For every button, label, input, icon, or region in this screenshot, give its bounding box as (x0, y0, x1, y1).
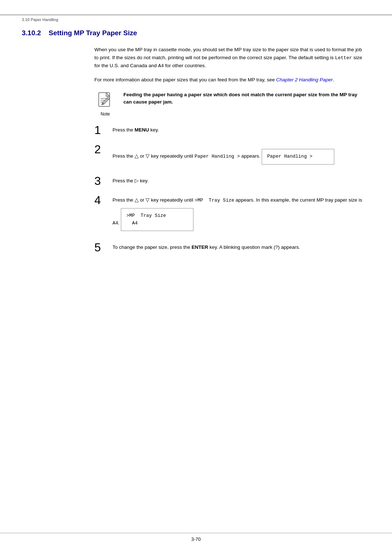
step-4-code-block: >MP Tray Size A4 (121, 208, 193, 231)
step-5-content: To change the paper size, press the ENTE… (113, 241, 363, 251)
content-area: 3.10.2 Setting MP Tray Paper Size When y… (22, 29, 370, 261)
step-5-number: 5 (94, 241, 113, 254)
paragraph-1: When you use the MP tray in cassette mod… (94, 46, 363, 70)
p1-code2: A4 (158, 63, 164, 69)
bottom-border (0, 533, 392, 533)
step-2-code-block: Paper Handling > (262, 149, 334, 165)
section-title: 3.10.2 Setting MP Tray Paper Size (22, 29, 370, 37)
p2-link[interactable]: Chapter 2 Handling Paper (276, 77, 333, 82)
step-3-row: 3 Press the ▷ key. (94, 175, 363, 187)
step-2-inline-code: Paper Handling > (195, 154, 240, 159)
step-5-bold: ENTER (192, 244, 208, 250)
note-label: Note (101, 112, 110, 117)
step-4-number: 4 (94, 194, 113, 207)
p1-end2: for other countries. (164, 63, 206, 68)
body-text: When you use the MP tray in cassette mod… (94, 46, 363, 84)
p2-start: For more information about the paper siz… (94, 77, 276, 82)
step-1-number: 1 (94, 124, 113, 137)
top-border (0, 15, 392, 15)
note-icon (96, 91, 115, 110)
step-3-content: Press the ▷ key. (113, 175, 363, 185)
note-icon-area: Note (94, 91, 116, 117)
step-2-row: 2 Press the △ or ▽ key repeatedly until … (94, 143, 363, 168)
step-3-number: 3 (94, 175, 113, 187)
breadcrumb: 3.10 Paper Handling (22, 17, 58, 22)
footer-page-number: 3-70 (0, 536, 392, 542)
step-4-inline-code: >MP Tray Size (195, 198, 234, 203)
step-4-a4: A4 (113, 220, 118, 226)
step-5-row: 5 To change the paper size, press the EN… (94, 241, 363, 254)
note-box: Note Feeding the paper having a paper si… (94, 91, 363, 117)
step-1-bold: MENU (135, 127, 149, 133)
steps-area: 1 Press the MENU key. 2 Press the △ or ▽… (94, 124, 363, 254)
step-4-row: 4 Press the △ or ▽ key repeatedly until … (94, 194, 363, 235)
step-2-content: Press the △ or ▽ key repeatedly until Pa… (113, 143, 363, 168)
step-1-row: 1 Press the MENU key. (94, 124, 363, 137)
note-text: Feeding the paper having a paper size wh… (123, 91, 363, 106)
step-4-content: Press the △ or ▽ key repeatedly until >M… (113, 194, 363, 235)
page-container: 3.10 Paper Handling 3.10.2 Setting MP Tr… (0, 0, 392, 555)
p1-code: Letter (335, 55, 352, 61)
svg-marker-1 (106, 93, 110, 96)
section-number: 3.10.2 (22, 29, 41, 37)
p2-end: . (333, 77, 334, 82)
p1-text: When you use the MP tray in cassette mod… (94, 47, 362, 60)
step-2-number: 2 (94, 143, 113, 156)
paragraph-2: For more information about the paper siz… (94, 76, 363, 84)
step-1-content: Press the MENU key. (113, 124, 363, 134)
section-heading: Setting MP Tray Paper Size (49, 29, 137, 37)
